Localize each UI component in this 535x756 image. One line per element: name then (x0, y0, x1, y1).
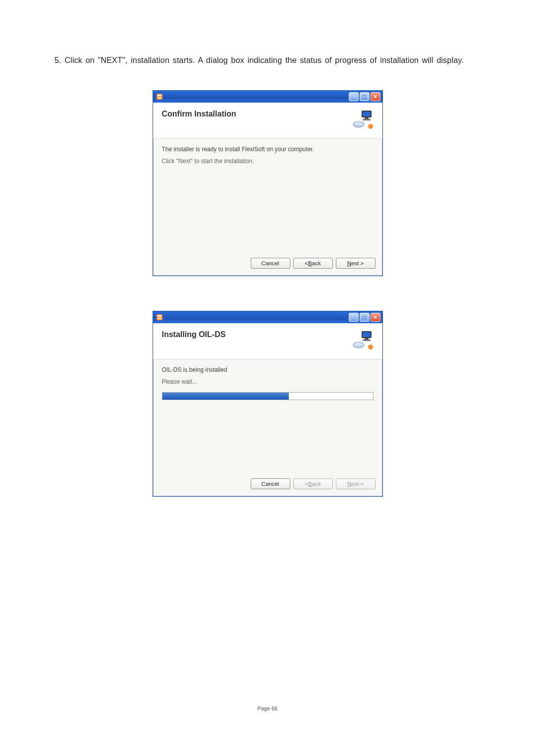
back-mnemonic: B (308, 481, 312, 487)
minimize-button[interactable]: _ (349, 92, 359, 101)
titlebar-title (165, 314, 167, 320)
close-button[interactable]: × (371, 92, 380, 101)
maximize-icon: □ (363, 94, 366, 100)
dialog-installing: _ □ × Installing OIL-DS (153, 311, 383, 497)
svg-rect-5 (365, 117, 369, 119)
minimize-button[interactable]: _ (349, 313, 359, 322)
svg-rect-9 (157, 314, 162, 320)
svg-rect-2 (158, 97, 161, 99)
installer-app-icon (156, 314, 163, 321)
svg-rect-6 (363, 119, 371, 120)
back-prefix: < (305, 481, 308, 487)
svg-point-8 (368, 124, 373, 129)
close-button[interactable]: × (371, 313, 380, 322)
window-controls: _ □ × (349, 313, 380, 322)
cancel-button[interactable]: Cancel (251, 258, 290, 269)
titlebar-left (156, 93, 167, 100)
svg-rect-0 (157, 94, 162, 100)
dialog-installing-wrap: _ □ × Installing OIL-DS (54, 311, 481, 497)
close-icon: × (374, 94, 377, 100)
back-suffix: ack (312, 260, 321, 266)
maximize-button[interactable]: □ (360, 313, 370, 322)
body-line-2: Click "Next" to start the installation. (162, 158, 374, 165)
back-button: < Back (293, 478, 333, 489)
next-suffix: ext > (351, 260, 364, 266)
document-page: 5. Click on "NEXT", installation starts.… (0, 0, 535, 756)
installer-app-icon (156, 93, 163, 100)
page-number: Page 66 (0, 705, 535, 711)
dialog-heading: Confirm Installation (162, 110, 236, 118)
dialog-header-banner: Confirm Installation (153, 103, 382, 139)
titlebar: _ □ × (153, 91, 382, 103)
svg-rect-4 (363, 112, 371, 116)
minimize-icon: _ (352, 314, 355, 320)
next-mnemonic: N (347, 260, 351, 266)
dialog-body: OIL-DS is being installed Please wait... (153, 359, 382, 473)
minimize-icon: _ (352, 94, 355, 100)
dialog-heading: Installing OIL-DS (162, 330, 226, 339)
next-button: Next > (336, 478, 375, 489)
titlebar: _ □ × (153, 311, 382, 323)
dialog-confirm-wrap: _ □ × Confirm Installation (54, 90, 481, 276)
next-button[interactable]: Next > (336, 258, 375, 269)
back-button[interactable]: < Back (293, 258, 333, 269)
svg-rect-13 (363, 332, 371, 337)
close-icon: × (374, 314, 377, 320)
svg-rect-14 (365, 338, 369, 340)
body-line-1: OIL-DS is being installed (162, 366, 374, 373)
body-line-2: Please wait... (162, 378, 374, 385)
dialog-header-banner: Installing OIL-DS (153, 323, 382, 359)
titlebar-left (156, 314, 167, 321)
svg-rect-1 (158, 95, 161, 96)
dialog-body: The installer is ready to install FlexiS… (153, 139, 382, 253)
svg-rect-11 (158, 318, 161, 319)
dialog-confirm-installation: _ □ × Confirm Installation (153, 90, 383, 276)
back-mnemonic: B (308, 260, 312, 266)
svg-point-17 (368, 345, 373, 349)
dialog-footer: Cancel < Back Next > (153, 473, 382, 496)
progress-bar (162, 392, 374, 400)
dialog-footer: Cancel < Back Next > (153, 253, 382, 276)
maximize-button[interactable]: □ (360, 92, 370, 101)
cancel-button[interactable]: Cancel (251, 478, 290, 489)
next-suffix: ext > (351, 481, 364, 487)
window-controls: _ □ × (349, 92, 380, 101)
back-prefix: < (305, 260, 308, 266)
computer-icon (352, 330, 374, 350)
titlebar-title (165, 94, 167, 100)
body-line-1: The installer is ready to install FlexiS… (162, 146, 374, 153)
back-suffix: ack (312, 481, 321, 487)
next-mnemonic: N (347, 481, 351, 487)
maximize-icon: □ (363, 314, 366, 320)
computer-icon (352, 110, 374, 129)
svg-rect-10 (158, 315, 161, 317)
instruction-step-5: 5. Click on "NEXT", installation starts.… (54, 55, 481, 66)
svg-rect-15 (363, 340, 371, 341)
progress-fill (162, 393, 289, 400)
